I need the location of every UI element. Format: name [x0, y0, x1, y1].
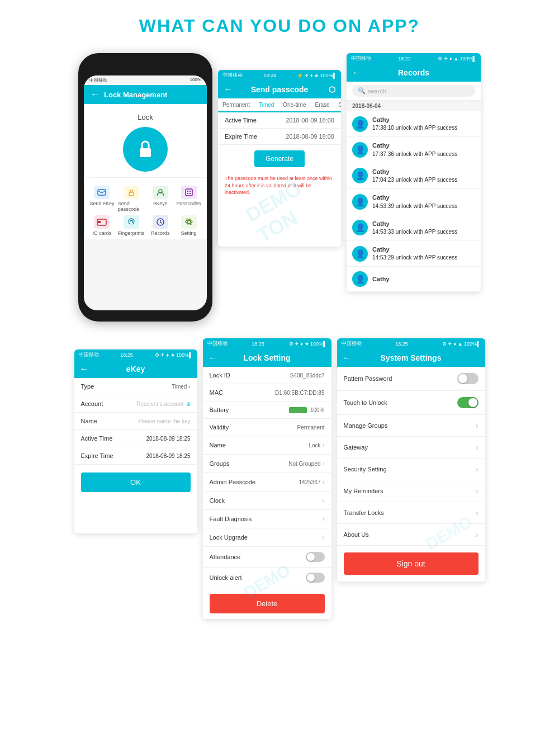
about-us-chevron: ›: [476, 530, 479, 539]
search-placeholder: search: [368, 88, 386, 94]
my-reminders-chevron: ›: [476, 486, 479, 495]
passcode-active-time-value: 2018-08-09 18:00: [286, 117, 334, 124]
menu-send-ekey[interactable]: Send eKey: [89, 186, 115, 212]
passcode-back-btn[interactable]: ←: [224, 84, 233, 94]
passcode-expire-time-row: Expire Time 2018-08-09 18:00: [218, 129, 341, 145]
delete-btn[interactable]: Delete: [210, 594, 325, 613]
menu-setting[interactable]: Setting: [176, 215, 201, 236]
ekey-active-time-label: Active Time: [81, 435, 113, 442]
unlock-alert-toggle[interactable]: [306, 573, 325, 583]
record-item-3: 👤 Cathy 17:04:23 unlock with APP success: [347, 163, 481, 189]
tab-permanent[interactable]: Permanent: [218, 98, 254, 111]
sys-row-about-us[interactable]: About Us ›: [337, 524, 485, 546]
ekey-back-btn[interactable]: ←: [80, 364, 89, 374]
security-setting-chevron: ›: [476, 465, 479, 474]
ekey-ok-btn[interactable]: OK: [81, 472, 191, 492]
ekey-type-row: Type Timed ›: [74, 378, 197, 395]
ekey-account-row: Account Receiver's account ⊕: [74, 395, 197, 413]
transfer-locks-chevron: ›: [476, 508, 479, 517]
records-status-bar: 中国移动 18:22 ⚙ ✈ ♦ ▲ 100%▌: [347, 53, 481, 64]
record-avatar-6: 👤: [352, 246, 368, 262]
menu-ekeys[interactable]: eKeys: [148, 186, 173, 212]
record-item-2: 👤 Cathy 17:37:36 unlock with APP success: [347, 137, 481, 163]
pattern-password-toggle[interactable]: [457, 373, 479, 384]
records-back-btn[interactable]: ←: [352, 68, 361, 78]
menu-fingerprints[interactable]: Fingerprints: [118, 215, 145, 236]
sys-row-manage-groups[interactable]: Manage Groups ›: [337, 415, 485, 437]
passcode-battery-icon: ⚡ ✈ ♦ ★ 100%▌: [297, 73, 337, 78]
records-search-input[interactable]: 🔍 search: [352, 85, 475, 97]
ekey-active-time-row: Active Time 2018-08-09 18:25: [74, 430, 197, 447]
sys-status-bar: 中国移动 18:25 ⚙ ✈ ♦ ▲ 100%▌: [337, 338, 485, 349]
lock-setting-back-btn[interactable]: ←: [209, 353, 217, 363]
top-row: 中国移动 100% ← Lock Management Lock: [0, 48, 559, 333]
record-name-1: Cathy: [372, 116, 457, 124]
sys-battery-icon: ⚙ ✈ ♦ ▲ 100%▌: [442, 341, 481, 347]
record-detail-4: 14:53:39 unlock with APP success: [372, 202, 457, 210]
record-name-7: Cathy: [372, 275, 390, 284]
menu-passcodes[interactable]: Passcodes: [176, 186, 201, 212]
ls-row-attendance: Attendance: [203, 547, 331, 568]
ls-row-fault[interactable]: Fault Diagnosis ›: [203, 510, 331, 528]
records-title-bar: ← Records: [347, 64, 481, 82]
phone-back-icon[interactable]: ←: [91, 89, 100, 100]
passcode-status-bar: 中国移动 18:24 ⚡ ✈ ♦ ★ 100%▌: [218, 70, 341, 81]
sys-time: 18:25: [395, 341, 408, 347]
ls-row-name[interactable]: Name Lock ›: [203, 436, 331, 455]
ekey-account-label: Account: [81, 400, 103, 407]
passcode-title-bar: ← Send passcode ⬡: [218, 81, 341, 98]
menu-send-passcode[interactable]: Send passcode: [118, 186, 145, 212]
lock-setting-title-bar: ← Lock Setting: [203, 349, 331, 367]
touch-unlock-toggle[interactable]: [457, 397, 479, 408]
manage-groups-chevron: ›: [476, 421, 479, 430]
tab-timed[interactable]: Timed: [254, 98, 278, 112]
sign-out-btn[interactable]: Sign out: [344, 552, 479, 575]
tab-erase[interactable]: Erase: [310, 98, 334, 111]
record-avatar-1: 👤: [352, 116, 368, 132]
sys-row-gateway[interactable]: Gateway ›: [337, 437, 485, 459]
record-detail-2: 17:37:36 unlock with APP success: [372, 150, 457, 158]
record-avatar-2: 👤: [352, 142, 368, 158]
ls-row-admin-passcode[interactable]: Admin Passcode 1425367 ›: [203, 473, 331, 492]
phone-screen-title: Lock Management: [104, 91, 167, 99]
sys-row-transfer-locks[interactable]: Transfer Locks ›: [337, 502, 485, 524]
records-date-header: 2018-06-04: [347, 101, 481, 111]
lock-setting-time: 18:25: [252, 341, 264, 347]
ls-row-upgrade[interactable]: Lock Upgrade ›: [203, 528, 331, 547]
records-time: 18:22: [398, 56, 411, 62]
svg-rect-1: [98, 190, 106, 195]
ekey-type-label: Type: [81, 383, 94, 390]
ekey-expire-time-row: Expire Time 2018-08-09 18:25: [74, 447, 197, 465]
menu-records[interactable]: Records: [148, 215, 173, 236]
record-name-3: Cathy: [372, 168, 457, 176]
passcode-ext-icon[interactable]: ⬡: [329, 85, 335, 94]
ls-row-groups[interactable]: Groups Not Grouped ›: [203, 455, 331, 473]
menu-send-passcode-label: Send passcode: [118, 201, 145, 212]
attendance-toggle[interactable]: [306, 552, 325, 562]
generate-btn[interactable]: Generate: [254, 150, 305, 167]
ls-row-clock[interactable]: Clock ›: [203, 492, 331, 510]
svg-rect-2: [129, 192, 134, 196]
menu-ic-cards-label: IC cards: [93, 230, 112, 236]
menu-ic-cards[interactable]: IC cards: [89, 215, 115, 236]
battery-bar: [289, 407, 307, 413]
tab-custom[interactable]: Custom: [334, 98, 341, 111]
ls-row-unlock-alert: Unlock alert: [203, 568, 331, 588]
tab-one-time[interactable]: One-time: [278, 98, 310, 111]
menu-fingerprints-label: Fingerprints: [118, 230, 145, 236]
ls-row-lockid: Lock ID S400_85ddc7: [203, 367, 331, 384]
lock-setting-title: Lock Setting: [243, 353, 290, 362]
sys-row-security-setting[interactable]: Security Setting ›: [337, 459, 485, 480]
phone-carrier: 中国移动: [89, 77, 107, 83]
menu-setting-label: Setting: [181, 230, 197, 236]
ekey-status-bar: 中国移动 18:25 ⚙ ✈ ♦ ★ 100%▌: [74, 349, 197, 360]
sys-back-btn[interactable]: ←: [343, 353, 352, 363]
passcode-active-time-row: Active Time 2018-08-09 18:00: [218, 112, 341, 129]
ekey-title-bar: ← eKey: [74, 360, 197, 378]
sys-row-my-reminders[interactable]: My Reminders ›: [337, 480, 485, 502]
lock-setting-status-bar: 中国移动 18:25 ⚙ ✈ ♦ ★ 100%▌: [203, 338, 331, 349]
record-item-5: 👤 Cathy 14:53:33 unlock with APP success: [347, 215, 481, 241]
passcode-active-time-label: Active Time: [225, 117, 257, 124]
ekey-active-time-value: 2018-08-09 18:25: [146, 436, 191, 442]
records-title: Records: [398, 68, 429, 77]
